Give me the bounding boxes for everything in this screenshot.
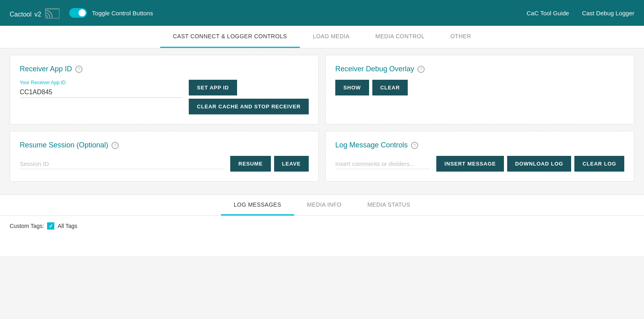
main-content: Receiver App ID ? Your Receiver App ID S… [0, 48, 644, 195]
receiver-app-id-buttons: SET APP ID CLEAR CACHE AND STOP RECEIVER [189, 80, 309, 114]
top-tabs: CAST CONNECT & LOGGER CONTROLS LOAD MEDI… [0, 26, 644, 48]
set-app-id-button[interactable]: SET APP ID [189, 80, 237, 95]
logo-area: Cactool v2 [10, 7, 60, 19]
resume-session-title: Resume Session (Optional) ? [20, 141, 309, 149]
app-header: Cactool v2 Toggle Control Buttons CaC To… [0, 0, 644, 26]
insert-message-button[interactable]: INSERT MESSAGE [436, 156, 504, 172]
download-log-button[interactable]: DOWNLOAD LOG [507, 156, 571, 172]
log-message-input[interactable] [335, 159, 430, 169]
leave-button[interactable]: LEAVE [274, 156, 309, 172]
receiver-app-id-input[interactable] [20, 87, 182, 98]
tab-other[interactable]: OTHER [438, 26, 484, 48]
session-id-input[interactable] [20, 159, 224, 169]
log-message-controls-help-icon[interactable]: ? [411, 142, 418, 149]
log-message-controls-content: INSERT MESSAGE DOWNLOAD LOG CLEAR LOG [335, 156, 624, 172]
all-tags-label: All Tags [58, 223, 77, 229]
cast-icon [45, 7, 60, 19]
toggle-area: Toggle Control Buttons [69, 8, 153, 18]
resume-session-help-icon[interactable]: ? [111, 142, 119, 149]
bottom-cards-row: Resume Session (Optional) ? RESUME LEAVE… [10, 131, 634, 182]
resume-session-content: RESUME LEAVE [20, 156, 309, 172]
log-message-controls-buttons: INSERT MESSAGE DOWNLOAD LOG CLEAR LOG [436, 156, 624, 172]
clear-cache-button[interactable]: CLEAR CACHE AND STOP RECEIVER [189, 99, 309, 114]
logo-text: Cactool v2 [10, 7, 41, 19]
header-nav: CaC Tool Guide Cast Debug Logger [526, 10, 634, 17]
bottom-tabs: LOG MESSAGES MEDIA INFO MEDIA STATUS [0, 195, 644, 216]
resume-session-card: Resume Session (Optional) ? RESUME LEAVE [10, 131, 319, 182]
receiver-debug-overlay-buttons: SHOW CLEAR [335, 80, 624, 95]
receiver-debug-overlay-help-icon[interactable]: ? [417, 66, 425, 73]
bottom-content: Custom Tags: All Tags [0, 216, 644, 256]
receiver-app-id-card: Receiver App ID ? Your Receiver App ID S… [10, 55, 319, 124]
tab-load-media[interactable]: LOAD MEDIA [300, 26, 362, 48]
tab-log-messages[interactable]: LOG MESSAGES [221, 195, 294, 215]
tab-cast-connect[interactable]: CAST CONNECT & LOGGER CONTROLS [160, 26, 300, 48]
custom-tags-label: Custom Tags: [10, 223, 44, 229]
receiver-debug-overlay-title: Receiver Debug Overlay ? [335, 65, 624, 73]
receiver-app-id-help-icon[interactable]: ? [75, 66, 83, 73]
show-debug-overlay-button[interactable]: SHOW [335, 80, 369, 95]
custom-tags-row: Custom Tags: All Tags [10, 222, 634, 230]
clear-log-button[interactable]: CLEAR LOG [574, 156, 624, 172]
resume-session-buttons: RESUME LEAVE [230, 156, 309, 172]
clear-debug-overlay-button[interactable]: CLEAR [372, 80, 408, 95]
bottom-section: LOG MESSAGES MEDIA INFO MEDIA STATUS Cus… [0, 195, 644, 256]
cast-debug-logger-link[interactable]: Cast Debug Logger [582, 10, 634, 17]
toggle-control-buttons[interactable] [69, 8, 87, 18]
top-cards-row: Receiver App ID ? Your Receiver App ID S… [10, 55, 634, 124]
tab-media-status[interactable]: MEDIA STATUS [355, 195, 423, 215]
toggle-label: Toggle Control Buttons [92, 10, 153, 17]
receiver-app-id-input-area: Your Receiver App ID [20, 80, 182, 98]
receiver-app-id-input-label: Your Receiver App ID [20, 80, 182, 85]
receiver-app-id-content: Your Receiver App ID SET APP ID CLEAR CA… [20, 80, 309, 114]
receiver-app-id-title: Receiver App ID ? [20, 65, 309, 73]
log-message-controls-title: Log Message Controls ? [335, 141, 624, 149]
tab-media-control[interactable]: MEDIA CONTROL [363, 26, 438, 48]
cac-tool-guide-link[interactable]: CaC Tool Guide [526, 10, 569, 17]
all-tags-checkbox[interactable] [47, 222, 54, 230]
receiver-debug-overlay-card: Receiver Debug Overlay ? SHOW CLEAR [325, 55, 634, 124]
resume-button[interactable]: RESUME [230, 156, 270, 172]
log-message-controls-card: Log Message Controls ? INSERT MESSAGE DO… [325, 131, 634, 182]
tab-media-info[interactable]: MEDIA INFO [294, 195, 355, 215]
